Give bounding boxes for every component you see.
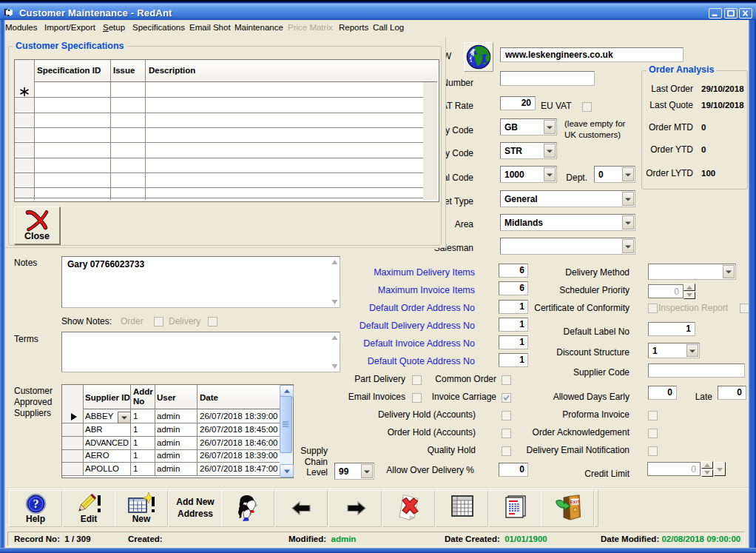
svg-text:?: ? [33, 497, 39, 510]
svg-text:EXIT: EXIT [570, 500, 580, 504]
